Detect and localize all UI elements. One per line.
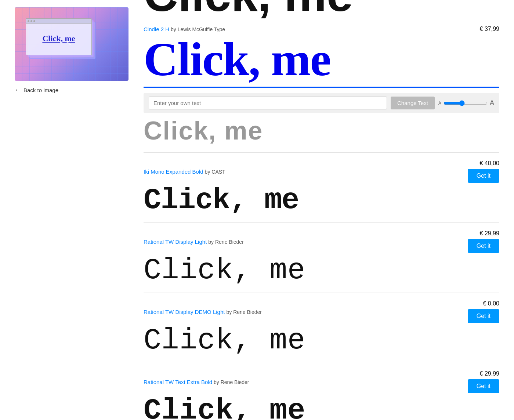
font-by-3: by Rene Bieder (214, 379, 249, 385)
text-input-bar: Change Text A A (144, 93, 499, 113)
font-entry-0: Iki Mono Expanded Bold by CAST € 40,00 G… (144, 153, 499, 223)
titlebar-dot-3 (33, 20, 35, 22)
font-header-row-1: Rational TW Display Light by Rene Bieder… (144, 230, 499, 253)
main-layout: Click, me ↖ ← Back to image Click, me Ci… (0, 0, 514, 420)
get-it-button-1[interactable]: Get it (468, 239, 499, 253)
featured-font-by: by Lewis McGuffie Type (171, 26, 225, 32)
font-display-1: Click, me (144, 256, 499, 285)
font-price-2: € 0,00 (483, 300, 499, 307)
font-link-2[interactable]: Rational TW Display DEMO Light (144, 309, 225, 315)
font-price-0: € 40,00 (480, 160, 499, 167)
font-link-0[interactable]: Iki Mono Expanded Bold (144, 169, 203, 175)
font-link-1[interactable]: Rational TW Display Light (144, 239, 207, 245)
titlebar-dot-1 (28, 20, 29, 22)
slider-label-large: A (490, 99, 494, 107)
font-display-3: Click, me (144, 396, 499, 420)
font-price-1: € 29,99 (480, 230, 499, 237)
custom-text-input[interactable] (149, 97, 387, 109)
featured-font-text: Click, me (144, 35, 499, 88)
font-by-1: by Rene Bieder (208, 239, 244, 245)
preview-cursor: ↖ (66, 39, 72, 47)
preview-image: Click, me ↖ (15, 7, 128, 81)
font-size-slider-group: A A (438, 99, 494, 107)
get-it-button-0[interactable]: Get it (468, 169, 499, 183)
font-display-0: Click, me (144, 186, 499, 215)
font-meta-2: Rational TW Display DEMO Light by Rene B… (144, 309, 262, 315)
get-it-button-2[interactable]: Get it (468, 309, 499, 323)
top-clip-area: Click, me (144, 0, 499, 18)
get-it-button-3[interactable]: Get it (468, 379, 499, 393)
back-to-image-button[interactable]: ← Back to image (15, 87, 128, 93)
font-entry-3: Rational TW Text Extra Bold by Rene Bied… (144, 363, 499, 420)
font-display-2: Click, me (144, 326, 499, 355)
back-to-image-label: Back to image (23, 87, 58, 93)
slider-label-small: A (438, 101, 441, 106)
featured-font-display: Click, me (144, 35, 499, 88)
font-by-2: by Rene Bieder (226, 309, 262, 315)
featured-font-price: € 37,99 (480, 26, 499, 32)
font-entry-1: Rational TW Display Light by Rene Bieder… (144, 223, 499, 293)
font-price-action-3: € 29,99 Get it (468, 370, 499, 393)
back-arrow-icon: ← (15, 87, 21, 93)
font-link-3[interactable]: Rational TW Text Extra Bold (144, 379, 212, 385)
preview-windows: Click, me ↖ (26, 18, 92, 55)
preview-window-main: Click, me ↖ (26, 18, 92, 55)
right-panel: Click, me Cindie 2 H by Lewis McGuffie T… (136, 0, 514, 420)
font-meta-3: Rational TW Text Extra Bold by Rene Bied… (144, 379, 249, 385)
titlebar-dot-2 (30, 20, 32, 22)
featured-font-meta: Cindie 2 H by Lewis McGuffie Type (144, 26, 225, 32)
top-font-display: Click, me (144, 0, 499, 18)
change-text-button[interactable]: Change Text (391, 97, 435, 109)
font-price-action-1: € 29,99 Get it (468, 230, 499, 253)
font-by-0: by CAST (205, 169, 225, 175)
font-price-action-2: € 0,00 Get it (468, 300, 499, 323)
font-size-slider[interactable] (444, 100, 488, 106)
featured-sample-below: Click, me (144, 117, 499, 145)
font-entry-2: Rational TW Display DEMO Light by Rene B… (144, 293, 499, 363)
font-header-row-2: Rational TW Display DEMO Light by Rene B… (144, 300, 499, 323)
font-price-action-0: € 40,00 Get it (468, 160, 499, 183)
featured-font-entry: Cindie 2 H by Lewis McGuffie Type € 37,9… (144, 18, 499, 153)
preview-window-titlebar (26, 19, 91, 24)
left-panel: Click, me ↖ ← Back to image (0, 0, 136, 420)
font-meta-0: Iki Mono Expanded Bold by CAST (144, 169, 225, 175)
font-header-row-0: Iki Mono Expanded Bold by CAST € 40,00 G… (144, 160, 499, 183)
featured-font-link[interactable]: Cindie 2 H (144, 26, 169, 32)
font-price-3: € 29,99 (480, 370, 499, 377)
font-meta-1: Rational TW Display Light by Rene Bieder (144, 239, 244, 245)
font-header-row-3: Rational TW Text Extra Bold by Rene Bied… (144, 370, 499, 393)
featured-font-header: Cindie 2 H by Lewis McGuffie Type € 37,9… (144, 26, 499, 32)
